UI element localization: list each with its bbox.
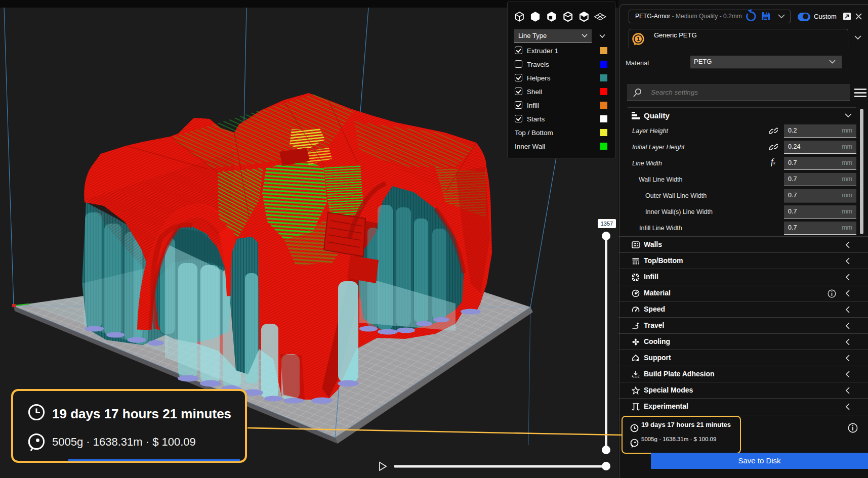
svg-text:1: 1 [637,36,640,42]
